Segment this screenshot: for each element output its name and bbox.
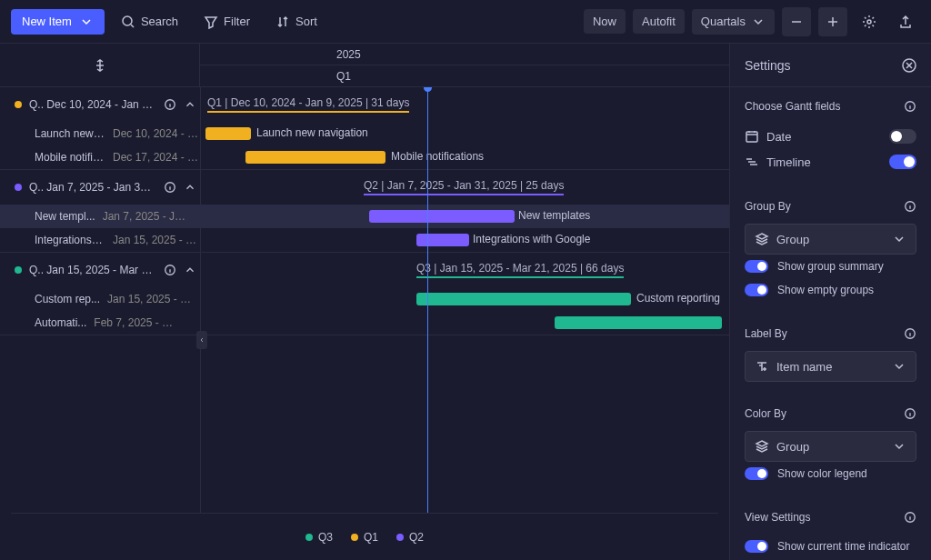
task-name: Mobile notific... xyxy=(35,151,105,164)
group-summary: Q2 | Jan 7, 2025 - Jan 31, 2025 | 25 day… xyxy=(364,179,564,195)
color-by-select[interactable]: Group xyxy=(745,431,916,462)
info-icon[interactable] xyxy=(904,407,916,420)
group-title: Q.. Jan 7, 2025 - Jan 31,... xyxy=(29,181,156,194)
legend-dot xyxy=(396,534,404,541)
filter-label: Filter xyxy=(224,15,250,28)
filter-button[interactable]: Filter xyxy=(195,9,259,35)
group-header[interactable]: Q.. Jan 7, 2025 - Jan 31,... Q2 | Jan 7,… xyxy=(0,170,729,205)
show-empty-groups-toggle[interactable] xyxy=(745,284,768,296)
choose-fields-label: Choose Gantt fields xyxy=(745,100,840,113)
show-group-summary-toggle[interactable] xyxy=(745,260,768,273)
show-color-legend-toggle[interactable] xyxy=(745,467,768,480)
task-bar[interactable] xyxy=(369,210,515,223)
show-current-time-toggle[interactable] xyxy=(745,540,768,553)
group-by-select[interactable]: Group xyxy=(745,224,916,255)
settings-button[interactable] xyxy=(855,7,884,36)
group-title: Q.. Dec 10, 2024 - Jan 9,... xyxy=(29,98,156,111)
legend-label: Q1 xyxy=(364,531,378,544)
new-item-button[interactable]: New Item xyxy=(11,9,105,35)
legend: Q3Q1Q2 xyxy=(11,513,718,560)
filter-icon xyxy=(204,15,218,29)
info-icon[interactable] xyxy=(904,200,916,213)
task-label: Mobile notifications xyxy=(391,150,484,163)
timeline-icon xyxy=(745,155,759,169)
legend-item: Q1 xyxy=(351,531,378,544)
group-header[interactable]: Q.. Dec 10, 2024 - Jan 9,... Q1 | Dec 10… xyxy=(0,87,729,122)
search-icon xyxy=(121,15,135,29)
search-button[interactable]: Search xyxy=(112,9,187,35)
info-icon[interactable] xyxy=(164,264,176,276)
group-header[interactable]: Q.. Jan 15, 2025 - Mar 2... Q3 | Jan 15,… xyxy=(0,253,729,287)
timeline-field-label: Timeline xyxy=(766,155,811,169)
row-height-icon[interactable] xyxy=(93,58,107,73)
legend-dot xyxy=(305,534,313,541)
quartals-dropdown[interactable]: Quartals xyxy=(692,9,775,35)
label-by-select[interactable]: Item name xyxy=(745,351,916,382)
info-icon[interactable] xyxy=(904,100,916,113)
task-row[interactable]: Integrations wi... Jan 15, 2025 - Ja... … xyxy=(0,228,729,252)
group-color-dot xyxy=(15,184,22,191)
task-date: Jan 15, 2025 - Feb 2... xyxy=(107,293,194,305)
layers-icon xyxy=(755,439,769,454)
info-icon[interactable] xyxy=(904,327,916,340)
task-row[interactable]: Custom rep... Jan 15, 2025 - Feb 2... Cu… xyxy=(0,287,729,311)
group-by-label: Group By xyxy=(745,200,791,213)
task-row[interactable]: Automati... Feb 7, 2025 - Mar 21, ... xyxy=(0,311,729,335)
group-summary: Q3 | Jan 15, 2025 - Mar 21, 2025 | 66 da… xyxy=(416,262,624,278)
task-date: Dec 10, 2024 - De... xyxy=(113,127,199,140)
date-toggle[interactable] xyxy=(889,129,916,144)
task-row[interactable]: Mobile notific... Dec 17, 2024 - Jan... … xyxy=(0,145,729,169)
info-icon[interactable] xyxy=(164,181,176,194)
chevron-down-icon xyxy=(892,439,906,454)
now-button[interactable]: Now xyxy=(584,9,626,34)
text-icon xyxy=(755,359,769,374)
autofit-button[interactable]: Autofit xyxy=(633,9,685,34)
zoom-out-button[interactable] xyxy=(782,7,811,36)
task-bar[interactable] xyxy=(555,316,722,329)
chevron-down-icon xyxy=(892,359,906,374)
group-color-dot xyxy=(15,266,22,274)
timeline-toggle[interactable] xyxy=(889,155,916,169)
color-by-label: Color By xyxy=(745,407,786,420)
sort-button[interactable]: Sort xyxy=(266,9,326,35)
group-summary: Q1 | Dec 10, 2024 - Jan 9, 2025 | 31 day… xyxy=(207,96,409,113)
today-line xyxy=(427,87,428,513)
task-date: Dec 17, 2024 - Jan... xyxy=(113,151,199,164)
legend-dot xyxy=(351,534,358,541)
export-button[interactable] xyxy=(891,7,920,36)
chevron-down-icon xyxy=(751,15,766,29)
task-bar[interactable] xyxy=(245,151,385,164)
task-label: Launch new navigation xyxy=(256,126,368,139)
chevron-up-icon[interactable] xyxy=(184,264,196,276)
task-row[interactable]: Launch new n... Dec 10, 2024 - De... Lau… xyxy=(0,122,729,145)
close-icon[interactable] xyxy=(902,58,916,73)
legend-label: Q3 xyxy=(318,531,333,544)
chevron-up-icon[interactable] xyxy=(184,98,196,111)
task-name: Automati... xyxy=(35,316,86,329)
minus-icon xyxy=(789,15,804,29)
group-title: Q.. Jan 15, 2025 - Mar 2... xyxy=(29,264,156,276)
label-by-label: Label By xyxy=(745,327,787,340)
info-icon[interactable] xyxy=(164,98,176,111)
calendar-icon xyxy=(745,129,759,144)
legend-item: Q3 xyxy=(305,531,333,544)
search-label: Search xyxy=(141,15,178,28)
task-label: New templates xyxy=(518,209,590,222)
collapse-handle[interactable] xyxy=(196,331,207,349)
date-field-label: Date xyxy=(766,130,791,144)
new-item-label: New Item xyxy=(22,15,72,28)
task-name: Integrations wi... xyxy=(35,234,105,246)
chevron-down-icon xyxy=(892,232,906,246)
task-row[interactable]: New templ... Jan 7, 2025 - Jan 31,... Ne… xyxy=(0,205,729,228)
task-name: Launch new n... xyxy=(35,127,105,140)
chevron-up-icon[interactable] xyxy=(184,181,196,194)
task-bar[interactable] xyxy=(416,293,631,305)
task-label: Custom reporting xyxy=(636,292,720,305)
legend-label: Q2 xyxy=(409,531,424,544)
info-icon[interactable] xyxy=(904,511,916,524)
svg-point-0 xyxy=(123,16,132,25)
zoom-in-button[interactable] xyxy=(818,7,847,36)
task-bar[interactable] xyxy=(416,234,469,246)
legend-item: Q2 xyxy=(396,531,424,544)
task-bar[interactable] xyxy=(205,127,251,140)
